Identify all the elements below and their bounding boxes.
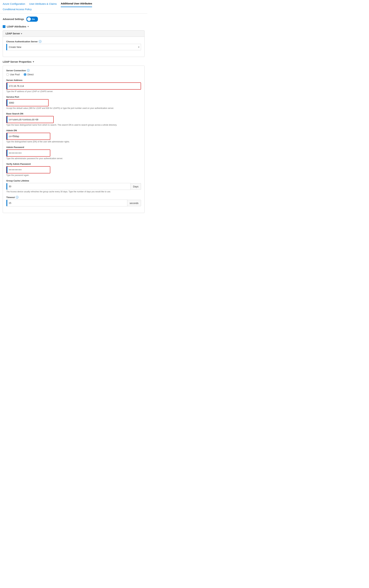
timeout-label-text: Timeout <box>6 196 15 199</box>
base-search-dn-input-wrapper <box>6 116 54 123</box>
server-address-input[interactable] <box>8 83 141 89</box>
timeout-input-unit: seconds <box>6 200 141 206</box>
group-cache-lifetime-input-wrapper <box>6 183 131 190</box>
group-cache-lifetime-input[interactable] <box>7 183 131 190</box>
service-port-input-wrapper <box>6 99 49 106</box>
ldap-attributes-arrow-icon[interactable]: ▾ <box>28 25 29 28</box>
server-address-label: Server Address <box>6 79 141 82</box>
choose-auth-server-select[interactable]: Create New <box>7 44 141 50</box>
radio-direct-input[interactable] <box>24 73 26 76</box>
admin-dn-group: Admin DN Type the distinguished name (DN… <box>6 129 141 143</box>
radio-direct-label: Direct <box>27 73 34 76</box>
group-cache-lifetime-input-unit: Days <box>6 183 141 190</box>
ldap-attributes-checkbox[interactable]: ✓ <box>3 25 5 28</box>
toggle-label: On <box>32 18 35 21</box>
nav-user-attributes-claims[interactable]: User Attributes & Claims <box>29 2 57 7</box>
ldap-server-arrow-icon[interactable]: ▾ <box>21 32 22 35</box>
server-connection-label-text: Server Connection <box>6 69 26 72</box>
verify-admin-password-label-text: Verify Admin Password <box>6 163 31 165</box>
base-search-dn-group: Base Search DN Type the base distinguish… <box>6 113 141 126</box>
nav-row-2: Conditional Access Policy <box>3 8 144 13</box>
service-port-label: Service Port <box>6 96 141 98</box>
base-search-dn-hint: Type the base distinguished name from wh… <box>6 124 141 126</box>
choose-auth-server-label-text: Choose Authentication Server <box>6 40 38 43</box>
service-port-input[interactable] <box>8 100 48 106</box>
server-connection-label: Server Connection i <box>6 69 141 72</box>
radio-use-pool[interactable]: Use Pool <box>6 73 20 76</box>
ldap-server-card: LDAP Server ▾ Choose Authentication Serv… <box>3 30 144 57</box>
timeout-group: Timeout i seconds <box>6 196 141 206</box>
group-cache-lifetime-label-text: Group Cache Lifetime <box>6 179 29 182</box>
admin-password-label-text: Admin Password <box>6 146 24 148</box>
admin-password-group: Admin Password Type the administrator pa… <box>6 146 141 160</box>
group-cache-lifetime-hint: The Access device usually refreshes the … <box>6 190 141 193</box>
radio-use-pool-label: Use Pool <box>10 73 20 76</box>
nav-row-1: Azure Configuration User Attributes & Cl… <box>3 2 144 7</box>
main-content: Advanced Settings On ✓ LDAP Attributes ▾… <box>0 13 147 216</box>
server-connection-group: Server Connection i Use Pool Direct <box>6 69 141 76</box>
server-address-hint: Type the IP address of your LDAP or LDAP… <box>6 90 141 93</box>
radio-use-pool-input[interactable] <box>6 73 9 76</box>
admin-password-input[interactable] <box>8 150 50 156</box>
timeout-label: Timeout i <box>6 196 141 199</box>
admin-dn-input[interactable] <box>8 133 50 140</box>
ldap-server-properties-card: Server Connection i Use Pool Direct <box>3 65 144 213</box>
nav-conditional-access-policy[interactable]: Conditional Access Policy <box>3 8 32 12</box>
admin-password-hint: Type the administrator password for your… <box>6 157 141 160</box>
server-connection-radio-group: Use Pool Direct <box>6 73 141 76</box>
verify-admin-password-input-wrapper <box>6 166 50 173</box>
verify-admin-password-label: Verify Admin Password <box>6 163 141 165</box>
verify-admin-password-group: Verify Admin Password Type the password … <box>6 163 141 176</box>
radio-direct-dot <box>24 74 26 75</box>
base-search-dn-label: Base Search DN <box>6 113 141 115</box>
ldap-server-properties-section: LDAP Server Properties ▾ Server Connecti… <box>3 60 144 213</box>
ldap-server-card-body: Choose Authentication Server i Create Ne… <box>3 37 144 57</box>
admin-password-label: Admin Password <box>6 146 141 148</box>
verify-admin-password-hint: Type the password again. <box>6 174 141 176</box>
admin-password-input-wrapper <box>6 149 50 157</box>
ldap-server-properties-header: LDAP Server Properties ▾ <box>3 60 144 63</box>
verify-admin-password-input[interactable] <box>8 167 50 173</box>
timeout-info-icon[interactable]: i <box>16 196 19 199</box>
timeout-input-wrapper <box>6 200 127 206</box>
ldap-server-card-header: LDAP Server ▾ <box>3 31 144 37</box>
admin-dn-label-text: Admin DN <box>6 129 17 132</box>
choose-auth-server-group: Choose Authentication Server i Create Ne… <box>6 40 141 50</box>
top-navigation: Azure Configuration User Attributes & Cl… <box>0 0 147 13</box>
ldap-attributes-header: ✓ LDAP Attributes ▾ <box>3 25 144 28</box>
nav-azure-configuration[interactable]: Azure Configuration <box>3 2 25 7</box>
choose-auth-server-info-icon[interactable]: i <box>39 40 41 43</box>
ldap-attributes-title: LDAP Attributes <box>7 25 26 28</box>
service-port-label-text: Service Port <box>6 96 19 98</box>
server-address-input-wrapper <box>6 83 141 90</box>
advanced-settings-row: Advanced Settings On <box>3 17 144 22</box>
choose-auth-server-select-wrapper: Create New ▾ <box>6 44 141 50</box>
ldap-server-properties-arrow-icon[interactable]: ▾ <box>33 61 34 63</box>
timeout-input[interactable] <box>7 200 127 206</box>
service-port-hint: Accept the default value (389 for LDAP a… <box>6 107 141 109</box>
server-address-group: Server Address Type the IP address of yo… <box>6 79 141 93</box>
ldap-server-title: LDAP Server <box>6 32 20 35</box>
choose-auth-server-label: Choose Authentication Server i <box>6 40 141 43</box>
advanced-settings-toggle[interactable]: On <box>26 17 38 22</box>
service-port-group: Service Port Accept the default value (3… <box>6 96 141 109</box>
admin-dn-input-wrapper <box>6 133 50 140</box>
admin-dn-hint: Type the distinguished name (DN) of the … <box>6 141 141 143</box>
ldap-server-properties-title: LDAP Server Properties <box>3 60 31 63</box>
admin-dn-label: Admin DN <box>6 129 141 132</box>
server-connection-info-icon[interactable]: i <box>27 69 30 72</box>
toggle-knob <box>27 17 31 21</box>
group-cache-lifetime-unit: Days <box>131 183 141 190</box>
timeout-unit: seconds <box>127 200 141 206</box>
nav-additional-user-attributes[interactable]: Additional User Attributes <box>61 2 92 7</box>
base-search-dn-input[interactable] <box>8 116 53 123</box>
group-cache-lifetime-label: Group Cache Lifetime <box>6 179 141 182</box>
server-address-label-text: Server Address <box>6 79 22 82</box>
advanced-settings-label: Advanced Settings <box>3 18 24 21</box>
group-cache-lifetime-group: Group Cache Lifetime Days The Access dev… <box>6 179 141 193</box>
radio-direct[interactable]: Direct <box>24 73 34 76</box>
base-search-dn-label-text: Base Search DN <box>6 113 23 115</box>
